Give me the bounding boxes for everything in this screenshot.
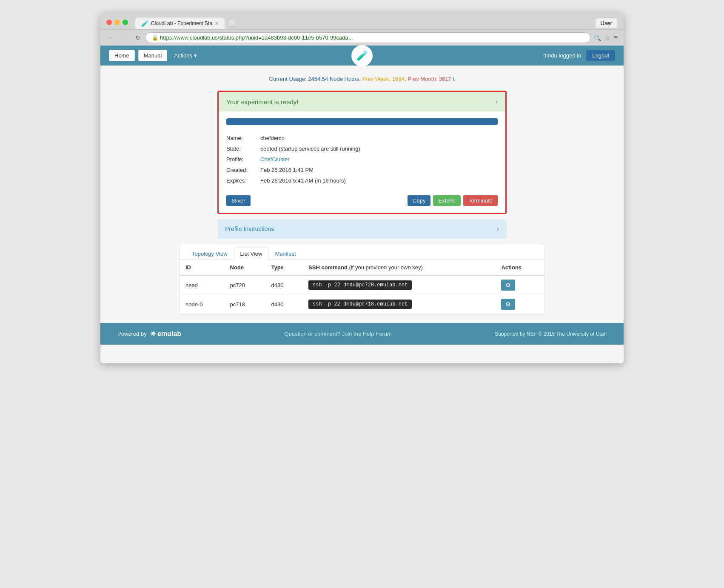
lock-icon: 🔒 [152,35,158,41]
refresh-button[interactable]: ↻ [134,34,142,42]
sliver-button[interactable]: Sliver [226,195,251,206]
terminate-button[interactable]: Terminate [463,195,498,206]
name-row: Name: chefdemo [226,133,498,143]
home-button[interactable]: Home [109,50,135,61]
forward-button[interactable]: → [120,33,130,43]
nav-logo: 🧪 [351,45,373,66]
browser-titlebar: 🧪 CloudLab - Experiment Sta ✕ ⬜ User [100,13,624,29]
emulab-logo: ✳ emulab [150,330,181,338]
tab-title: CloudLab - Experiment Sta [151,20,212,26]
powered-by-text: Powered by [117,331,147,337]
experiment-expand-arrow[interactable]: › [496,98,498,106]
gear-button-head[interactable]: ⚙ [501,280,515,291]
tab-close-button[interactable]: ✕ [215,21,219,26]
main-content: Current Usage: 2454.54 Node Hours, Prev … [100,66,624,363]
extend-button[interactable]: Extend [433,195,460,206]
logged-in-text: dmdu logged in [543,52,581,59]
current-usage: Current Usage: 2454.54 Node Hours, [269,76,362,82]
col-ssh: SSH command (if you provided your own ke… [302,260,495,275]
usage-bar: Current Usage: 2454.54 Node Hours, Prev … [100,72,624,86]
footer-left: Powered by ✳ emulab [117,330,181,338]
state-row: State: booted (startup services are stil… [226,143,498,154]
ssh-command-head[interactable]: ssh -p 22 dmdu@pc720.emulab.net [308,280,412,290]
state-note: (startup services are still running) [277,146,360,152]
menu-icon[interactable]: ≡ [614,34,618,42]
app-navbar: Home Manual Actions ▾ 🧪 dmdu logged in L… [100,46,624,66]
new-tab-button[interactable]: ⬜ [225,17,241,29]
profile-instructions-title: Profile Instructions [225,225,274,232]
browser-window: 🧪 CloudLab - Experiment Sta ✕ ⬜ User ← →… [100,13,624,363]
address-bar: ← → ↻ 🔒 https://www.cloudlab.us/status.p… [100,29,624,46]
row1-node: pc720 [224,275,265,295]
profile-value: ChefCluster [260,156,498,163]
url-bar[interactable]: 🔒 https://www.cloudlab.us/status.php?uui… [145,32,590,43]
topology-view-tab[interactable]: Topology View [185,248,234,260]
close-traffic-light[interactable] [106,20,112,25]
logout-button[interactable]: Logout [586,50,615,61]
row2-node: pc718 [224,295,265,314]
right-action-buttons: Copy Extend Terminate [408,195,498,206]
profile-instructions[interactable]: Profile Instructions › [217,219,507,239]
row2-actions: ⚙ [495,295,544,314]
back-button[interactable]: ← [106,33,117,43]
list-view-tab[interactable]: List View [234,248,269,260]
expires-label: Expires: [226,177,260,184]
state-value: booted (startup services are still runni… [260,146,498,152]
ssh-command-node0[interactable]: ssh -p 22 dmdu@pc718.emulab.net [308,300,412,309]
url-text: https://www.cloudlab.us/status.php?uuid=… [160,34,584,41]
name-value: chefdemo [260,135,498,141]
experiment-ready-title: Your experiment is ready! [226,98,299,106]
prev-month-usage: Prev Month: 3617 [408,76,451,82]
row2-type: d430 [265,295,302,314]
table-header-row: ID Node Type SSH command (if you provide… [180,260,544,275]
maximize-traffic-light[interactable] [123,20,128,25]
bookmark-icon[interactable]: ☆ [604,34,610,42]
row2-ssh: ssh -p 22 dmdu@pc718.emulab.net [302,295,495,314]
experiment-header: Your experiment is ready! › [219,92,505,111]
row1-type: d430 [265,275,302,295]
state-booted: booted [260,146,277,152]
footer-right: Supported by NSF © 2015 The University o… [495,331,607,337]
row2-id: node-0 [180,295,224,314]
manifest-tab[interactable]: Manifest [268,248,302,260]
search-icon[interactable]: 🔍 [594,34,601,41]
tab-bar: 🧪 CloudLab - Experiment Sta ✕ ⬜ [135,17,592,29]
user-button[interactable]: User [595,18,618,29]
traffic-lights [106,20,128,25]
progress-bar-inner [226,118,498,125]
profile-label: Profile: [226,156,260,163]
info-icon[interactable]: ℹ [453,76,455,82]
tab-icon: 🧪 [141,20,148,27]
table-section: Topology View List View Manifest ID Node… [179,244,545,314]
minimize-traffic-light[interactable] [114,20,120,25]
expires-value: Feb 26 2016 5:41 AM (in 16 hours) [260,177,498,184]
help-forum-link[interactable]: Question or comment? Join the Help Forum [285,331,392,337]
profile-link[interactable]: ChefCluster [260,156,290,163]
actions-dropdown[interactable]: Actions ▾ [171,50,200,61]
col-node: Node [224,260,265,275]
profile-instructions-arrow: › [497,225,499,233]
col-type: Type [265,260,302,275]
table-row: node-0 pc718 d430 ssh -p 22 dmdu@pc718.e… [180,295,544,314]
manual-button[interactable]: Manual [138,50,168,61]
table-row: head pc720 d430 ssh -p 22 dmdu@pc720.emu… [180,275,544,295]
copy-button[interactable]: Copy [408,195,430,206]
row1-actions: ⚙ [495,275,544,295]
logo-icon: 🧪 [351,45,373,66]
experiment-actions: Sliver Copy Extend Terminate [219,192,505,213]
nav-right: dmdu logged in Logout [543,50,615,61]
created-value: Feb 25 2016 1:41 PM [260,167,498,173]
gear-button-node0[interactable]: ⚙ [501,299,515,310]
table-tabs: Topology View List View Manifest [180,244,544,260]
experiment-card: Your experiment is ready! › Name: chefde… [217,91,507,214]
nav-left: Home Manual Actions ▾ [109,50,200,61]
col-id: ID [180,260,224,275]
experiment-details: Name: chefdemo State: booted (startup se… [219,129,505,192]
prev-week-usage: Prev Week: 1694 [362,76,405,82]
row1-id: head [180,275,224,295]
footer-center: Question or comment? Join the Help Forum [285,331,392,337]
active-tab[interactable]: 🧪 CloudLab - Experiment Sta ✕ [135,17,225,29]
state-label: State: [226,146,260,152]
footer: Powered by ✳ emulab Question or comment?… [100,323,624,345]
expires-row: Expires: Feb 26 2016 5:41 AM (in 16 hour… [226,175,498,186]
